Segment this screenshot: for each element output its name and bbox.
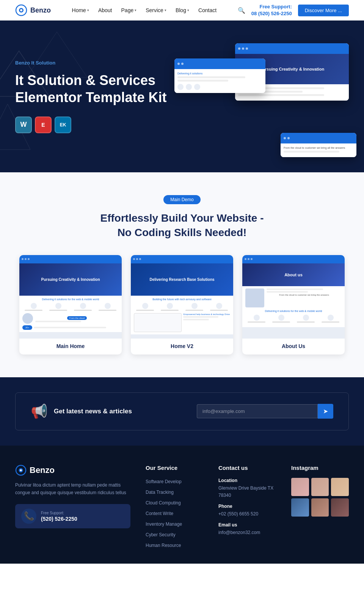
discover-button[interactable]: Discover More ... <box>298 5 349 16</box>
demo-card-home-v2[interactable]: Delivering Research Base Solutions Build… <box>131 255 233 354</box>
instagram-img-1[interactable] <box>291 478 309 496</box>
card-badge-1: From the cloud <box>67 316 87 320</box>
newsletter-section: 📢 Get latest news & articles ➤ <box>0 377 364 446</box>
nav-home[interactable]: Home ▾ <box>68 5 93 16</box>
footer-support-number: (520) 526-2250 <box>41 516 77 522</box>
card-icon-text-1 <box>25 310 42 311</box>
service-link-human[interactable]: Human Resource <box>146 543 181 548</box>
card-about-icons <box>245 315 342 323</box>
service-link-1[interactable]: Software Develop <box>146 478 203 485</box>
mockup-sec-icon-3 <box>194 84 200 90</box>
service-link-software[interactable]: Software Develop <box>146 479 182 484</box>
card-about-itext-4 <box>322 321 339 323</box>
benzo-logo-icon <box>15 4 27 16</box>
service-link-6[interactable]: Cyber Security <box>146 531 203 538</box>
footer-email-text: info@benzon32.com <box>218 529 276 536</box>
footer-phone-text: +02 (550) 6655 520 <box>218 510 276 518</box>
service-link-cloud[interactable]: Cloud Computing <box>146 500 181 506</box>
nav-service[interactable]: Service ▾ <box>142 5 170 16</box>
service-link-2[interactable]: Data Tracking <box>146 488 203 495</box>
instagram-placeholder-1 <box>291 478 309 496</box>
instagram-img-2[interactable] <box>311 478 329 496</box>
footer-support-box: 📞 Free Support: (520) 526-2250 <box>15 504 130 528</box>
blog-arrow-icon: ▾ <box>187 8 189 12</box>
footer-service-col: Our Service Software Develop Data Tracki… <box>146 465 203 552</box>
footer-grid: Benzo Pulvinar litoa dictum aptent temp … <box>15 465 349 552</box>
card-v2-img-1 <box>134 313 182 332</box>
nav-menu: Home ▾ About Page ▾ Service ▾ Blog ▾ Con… <box>68 5 221 16</box>
instagram-placeholder-2 <box>311 478 329 496</box>
demo-card-main-home[interactable]: Pursuing Creativity & Innovation Deliver… <box>19 255 122 354</box>
instagram-img-6[interactable] <box>331 498 349 517</box>
instagram-img-3[interactable] <box>331 478 349 496</box>
footer-instagram-title: Instagram <box>291 465 349 471</box>
instagram-grid <box>291 478 349 517</box>
service-link-content[interactable]: Content Write <box>146 511 173 516</box>
nav-about[interactable]: About <box>94 5 116 16</box>
newsletter-right: ➤ <box>197 404 333 419</box>
search-button[interactable]: 🔍 <box>238 7 245 14</box>
card-body-2: Building the future with tech armoury an… <box>131 296 233 334</box>
card-hero-1: Pursuing Creativity & Innovation <box>19 263 122 296</box>
hero-title: It Solution & Services Elementor Templat… <box>15 72 174 106</box>
card-text-group-1: From the cloud <box>35 314 119 323</box>
card-v2-hero: Delivering Research Base Solutions <box>131 263 233 296</box>
service-link-3[interactable]: Cloud Computing <box>146 499 203 506</box>
card-subtitle-1: Delivering it solutions for the web & mo… <box>22 298 119 301</box>
card-icons-2 <box>134 303 230 311</box>
card-v2-subtitle-2: Empowered help business & technology Dri… <box>183 313 230 315</box>
service-link-inventory[interactable]: Inventory Manage <box>146 521 182 527</box>
demo-card-about-us[interactable]: About us From the cloud to customer we b… <box>242 255 345 354</box>
navbar: Benzo Home ▾ About Page ▾ Service ▾ Blog… <box>0 0 364 20</box>
service-link-data[interactable]: Data Tracking <box>146 490 174 495</box>
nav-page[interactable]: Page ▾ <box>118 5 141 16</box>
service-link-4[interactable]: Content Write <box>146 510 203 517</box>
page-arrow-icon: ▾ <box>135 8 136 12</box>
mockup-sec-line-2 <box>177 80 228 82</box>
instagram-placeholder-6 <box>331 498 349 517</box>
mockup-sec-dot-2 <box>181 63 184 65</box>
mockup-dot-3 <box>246 47 248 50</box>
navbar-logo[interactable]: Benzo <box>15 4 51 16</box>
card-preview-main-home: Pursuing Creativity & Innovation Deliver… <box>19 255 122 339</box>
card-profile-line-1 <box>35 321 81 322</box>
hero-images: Pursuing Creativity & Innovation <box>174 43 349 150</box>
newsletter-email-input[interactable] <box>197 404 318 418</box>
mockup-dot-1 <box>238 47 240 50</box>
card-v2-icon-3 <box>183 303 206 311</box>
card-icon-item-1 <box>22 303 45 311</box>
footer-support-label: Free Support: <box>41 511 77 515</box>
nav-contact[interactable]: Contact <box>195 5 220 16</box>
card-about-hero: About us <box>242 263 345 286</box>
card-about-itext-2 <box>272 321 290 323</box>
card-v2-circle-2 <box>167 303 173 309</box>
card-about-circle-1 <box>254 315 260 321</box>
instagram-img-4[interactable] <box>291 498 309 517</box>
mockup-sec-line-1 <box>177 76 245 78</box>
card-v2-text-1 <box>136 310 154 311</box>
nav-blog[interactable]: Blog ▾ <box>172 5 193 16</box>
card-dot-2 <box>25 258 27 260</box>
navbar-right: 🔍 Free Support: 08 (520) 526-2250 Discov… <box>238 3 349 17</box>
mockup-secondary-header <box>174 58 265 69</box>
card-v2-text-3 <box>185 310 203 311</box>
mockup-sec-dot-1 <box>177 63 180 65</box>
main-demo-badge: Main Demo <box>163 195 200 204</box>
service-link-5[interactable]: Inventory Manage <box>146 520 203 527</box>
demo-section: Main Demo Effortlessly Build Your Websit… <box>0 172 364 377</box>
instagram-img-5[interactable] <box>311 498 329 517</box>
footer-service-links: Software Develop Data Tracking Cloud Com… <box>146 478 203 548</box>
wordpress-badge: Home W <box>15 117 32 133</box>
card-about-icon-1 <box>245 315 268 323</box>
service-link-7[interactable]: Human Resource <box>146 542 203 548</box>
card-v2-icon-4 <box>208 303 230 311</box>
service-link-cyber[interactable]: Cyber Security <box>146 532 176 537</box>
card-preview-about-us: About us From the cloud to customer we b… <box>242 255 345 339</box>
instagram-placeholder-4 <box>291 498 309 517</box>
card-body-1: Delivering it solutions for the web & mo… <box>19 296 122 332</box>
card-v2-icon-1 <box>134 303 156 311</box>
newsletter-send-button[interactable]: ➤ <box>318 404 333 419</box>
card-icon-item-3 <box>72 303 94 311</box>
footer-email-label: Email us <box>218 522 276 528</box>
footer-logo: Benzo <box>15 465 130 476</box>
